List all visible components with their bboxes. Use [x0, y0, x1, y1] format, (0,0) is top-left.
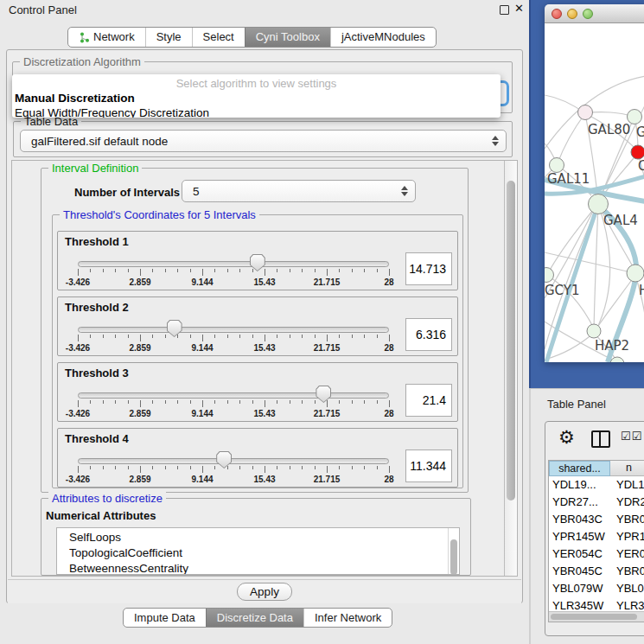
attribute-list-item[interactable]: BetweennessCentrality	[57, 561, 448, 574]
cell-name[interactable]: YBR0	[610, 511, 644, 528]
tab-infer-network[interactable]: Infer Network	[303, 609, 392, 627]
tab-style[interactable]: Style	[145, 28, 192, 47]
tab-label: Style	[156, 29, 182, 46]
node-table: shared... n YDL19...YDL1YDR27...YDR2YBR0…	[548, 460, 644, 622]
dropdown-option-manual[interactable]: Manual Discretization	[12, 91, 501, 105]
thresholds-group: Threshold's Coordinates for 5 Intervals …	[52, 214, 463, 488]
cell-name[interactable]: YDR2	[610, 494, 644, 511]
slider-tick-labels: -3.4262.8599.14415.4321.71528	[78, 343, 389, 354]
apply-button[interactable]: Apply	[237, 583, 292, 601]
threshold-slider-track[interactable]	[78, 392, 389, 399]
close-icon[interactable]: ✕	[514, 2, 524, 15]
node-bottom-partial[interactable]	[610, 357, 624, 362]
network-graph: GAL80GACGAL11GAL4GCY1HHAP2	[545, 23, 644, 362]
slider-tick-labels: -3.4262.8599.14415.4321.71528	[78, 475, 389, 485]
network-window[interactable]: GAL80GACGAL11GAL4GCY1HHAP2	[529, 0, 644, 388]
threshold-value-field[interactable]: 11.344	[405, 450, 452, 482]
cell-name[interactable]: YDL1	[610, 476, 644, 494]
settings-scroll-area: Interval Definition Number of Intervals …	[11, 160, 518, 577]
cell-name[interactable]: YPR1	[610, 528, 644, 545]
tab-discretize-data[interactable]: Discretize Data	[206, 609, 303, 627]
number-of-intervals-label: Number of Intervals	[74, 186, 180, 199]
split-columns-icon[interactable]	[591, 430, 610, 448]
cell-name[interactable]: YBR0	[610, 563, 644, 580]
settings-vertical-scrollbar[interactable]	[504, 161, 517, 576]
attributes-list-scrollbar[interactable]	[448, 528, 459, 574]
gal4-node[interactable]	[589, 194, 609, 214]
node-label-ga: GA	[636, 124, 644, 140]
node-right-h[interactable]	[627, 265, 644, 282]
table-browser-window: ⚙ ☑☑ shared... n YDL19...YDL1YDR27...YDR…	[545, 421, 644, 636]
cell-shared-name[interactable]: YDL19...	[549, 476, 610, 494]
network-window-titlebar[interactable]	[545, 4, 644, 23]
slider-ticks	[78, 269, 389, 277]
threshold-value-field[interactable]: 21.4	[405, 384, 452, 417]
thresholds-group-title: Threshold's Coordinates for 5 Intervals	[60, 208, 259, 221]
interval-definition-title: Interval Definition	[48, 162, 142, 175]
tab-label: Discretize Data	[217, 609, 293, 626]
column-header-name[interactable]: n	[610, 461, 644, 476]
tab-jactivemnodules[interactable]: jActiveMNodules	[330, 28, 436, 47]
tab-label: Select	[203, 29, 234, 46]
threshold-panel-2: Threshold 2-3.4262.8599.14415.4321.71528…	[57, 296, 458, 356]
cell-shared-name[interactable]: YBR043C	[549, 511, 610, 528]
settings-gear-icon[interactable]: ⚙	[558, 427, 575, 448]
node-label-c: C	[638, 158, 644, 174]
apply-row: Apply	[8, 579, 521, 603]
cell-name[interactable]: YBL0	[610, 580, 644, 597]
tab-network[interactable]: Network	[68, 28, 145, 47]
hap2-node[interactable]	[587, 324, 601, 338]
dropdown-option-equal-width[interactable]: Equal Width/Frequency Discretization	[12, 105, 501, 118]
cell-shared-name[interactable]: YPR145W	[549, 528, 610, 545]
tab-select[interactable]: Select	[192, 28, 245, 47]
table-data-combo[interactable]: galFiltered.sif default node	[20, 130, 507, 152]
table-horizontal-scrollbar[interactable]	[549, 611, 644, 622]
cell-shared-name[interactable]: YDR27...	[549, 494, 610, 511]
zoom-traffic-light-icon[interactable]	[583, 9, 593, 19]
network-tab-icon	[79, 32, 90, 43]
scrollbar-thumb[interactable]	[551, 614, 637, 620]
minimize-traffic-light-icon[interactable]	[567, 9, 577, 19]
threshold-slider-track[interactable]	[78, 327, 389, 333]
table-data-group: Table Data galFiltered.sif default node	[13, 121, 513, 157]
table-row[interactable]: YER054CYER0	[549, 545, 644, 563]
threshold-label: Threshold 4	[65, 432, 129, 445]
threshold-value-field[interactable]: 14.713	[405, 252, 452, 285]
table-row[interactable]: YPR145WYPR1	[549, 528, 644, 545]
cell-shared-name[interactable]: YBR045C	[549, 563, 610, 580]
table-row[interactable]: YBL079WYBL0	[549, 580, 644, 597]
threshold-label: Threshold 3	[65, 367, 129, 379]
cell-shared-name[interactable]: YBL079W	[549, 580, 610, 597]
network-view-canvas[interactable]: GAL80GACGAL11GAL4GCY1HHAP2	[545, 23, 644, 362]
scrollbar-thumb[interactable]	[507, 181, 515, 501]
attribute-list-item[interactable]: SelfLoops	[57, 530, 448, 545]
tab-impute-data[interactable]: Impute Data	[124, 609, 206, 627]
number-of-intervals-combo[interactable]: 5	[182, 180, 416, 202]
table-panel-title: Table Panel	[547, 398, 606, 411]
threshold-value-field[interactable]: 6.316	[405, 318, 452, 351]
cell-shared-name[interactable]: YER054C	[549, 545, 610, 563]
table-row[interactable]: YBR043CYBR0	[549, 511, 644, 528]
slider-tick-labels: -3.4262.8599.14415.4321.71528	[78, 409, 389, 419]
cell-name[interactable]: YER0	[610, 545, 644, 563]
threshold-slider-track[interactable]	[78, 458, 389, 464]
cyni-toolbox-panel: Discretization Algorithm Table Data galF…	[6, 49, 523, 603]
combo-arrows-icon	[401, 181, 408, 201]
gcy1-node[interactable]	[545, 268, 554, 283]
table-row[interactable]: YDL19...YDL1	[549, 476, 644, 494]
table-row[interactable]: YBR045CYBR0	[549, 563, 644, 580]
gal80-node[interactable]	[578, 105, 593, 120]
algorithm-dropdown-popup: Select algorithm to view settings Manual…	[12, 74, 501, 118]
column-header-shared-name[interactable]: shared...	[549, 461, 610, 476]
column-checkboxes-icon[interactable]: ☑☑	[621, 430, 642, 443]
selected-red-node[interactable]	[631, 145, 644, 159]
tab-cyni-toolbox[interactable]: Cyni Toolbox	[245, 28, 330, 47]
threshold-slider-track[interactable]	[78, 261, 389, 267]
table-row[interactable]: YDR27...YDR2	[549, 494, 644, 511]
close-traffic-light-icon[interactable]	[552, 9, 562, 19]
slider-ticks	[78, 466, 389, 474]
float-window-icon[interactable]	[500, 5, 509, 15]
window-title: Control Panel	[9, 3, 77, 16]
attribute-list-item[interactable]: TopologicalCoefficient	[57, 545, 448, 561]
gal11-node[interactable]	[550, 158, 564, 173]
